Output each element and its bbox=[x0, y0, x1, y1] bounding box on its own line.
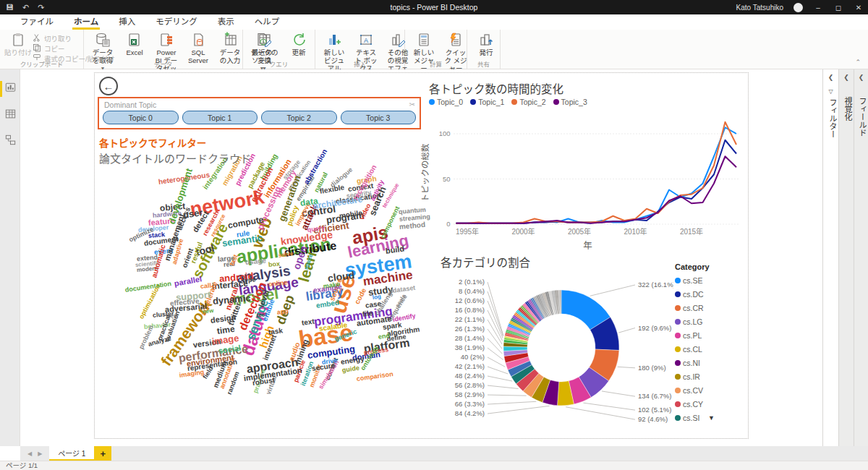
legend-item-cs.NI[interactable]: cs.NI bbox=[675, 356, 710, 369]
expand-filters-icon[interactable]: ❮ bbox=[823, 74, 838, 81]
donut-legend: Category cs.SEcs.DCcs.CRcs.LGcs.PLcs.CLc… bbox=[675, 262, 710, 424]
add-page-button[interactable]: + bbox=[94, 446, 111, 461]
wordcloud-word: programming bbox=[313, 305, 393, 328]
wordcloud-word: extend bbox=[137, 254, 158, 262]
legend-item-Topic_0[interactable]: Topic_0 bbox=[429, 98, 463, 106]
prev-page-icon[interactable]: ◀ bbox=[27, 450, 32, 457]
wordcloud-word: challenge bbox=[374, 288, 396, 317]
legend-item-cs.CL[interactable]: cs.CL bbox=[675, 342, 710, 356]
minimize-button[interactable]: – bbox=[813, 4, 823, 12]
wordcloud-word: context bbox=[347, 182, 374, 193]
legend-dot bbox=[675, 360, 681, 366]
ribbon-button-発行[interactable]: 発行 bbox=[470, 31, 502, 57]
wordcloud-word: extraction bbox=[250, 166, 274, 203]
ribbon-tab-モデリング[interactable]: モデリング bbox=[145, 13, 208, 30]
legend-item-cs.SI[interactable]: cs.SI bbox=[675, 411, 710, 424]
wordcloud-word: efficient bbox=[312, 221, 349, 235]
legend-item-cs.CY[interactable]: cs.CY bbox=[675, 397, 710, 411]
wordcloud-word: type bbox=[242, 276, 256, 284]
legend-item-Topic_1[interactable]: Topic_1 bbox=[470, 98, 504, 106]
account-name[interactable]: Kato Tatsuhiko bbox=[736, 4, 783, 12]
ribbon-button-新しいメジャー[interactable]: 新しいメジャー bbox=[408, 31, 440, 73]
wordcloud-word: web bbox=[250, 215, 275, 250]
wordcloud-word: android bbox=[218, 271, 254, 283]
wordcloud-word: object bbox=[159, 202, 185, 213]
wordcloud-word: user bbox=[182, 208, 203, 220]
wordcloud-word: hardware bbox=[153, 210, 182, 219]
donut-callout: 58 (2.9%) bbox=[455, 390, 485, 398]
slicer-button-topic-3[interactable]: Topic 3 bbox=[341, 111, 417, 124]
wordcloud-word: make bbox=[323, 281, 340, 290]
transform-data-icon bbox=[257, 31, 273, 48]
page-tab[interactable]: ページ 1 bbox=[49, 446, 94, 461]
ribbon-tab-ホーム[interactable]: ホーム bbox=[64, 13, 109, 30]
line-chart-plot[interactable]: 0501001995年2000年2005年2010年2015年 bbox=[426, 114, 749, 238]
wordcloud-word: call bbox=[200, 283, 212, 290]
ribbon-tab-表示[interactable]: 表示 bbox=[208, 13, 244, 30]
ribbon-group-データ: データデータを取得▼ExcelPower BI データセットSQL Server… bbox=[84, 30, 243, 69]
wordcloud-word: data bbox=[299, 197, 318, 208]
donut-callout: 180 (9%) bbox=[638, 364, 666, 372]
back-button[interactable]: ← bbox=[99, 77, 118, 95]
format-painter-icon bbox=[32, 53, 42, 64]
sidebar-item-model-view[interactable] bbox=[0, 130, 20, 152]
close-button[interactable]: ✕ bbox=[854, 4, 864, 12]
ribbon-button-貼り付け[interactable]: 貼り付け bbox=[1, 31, 35, 57]
ribbon-tab-挿入[interactable]: 挿入 bbox=[109, 13, 145, 30]
wordcloud-word: analysis bbox=[236, 264, 292, 285]
ribbon-tab-ヘルプ[interactable]: ヘルプ bbox=[244, 13, 290, 30]
wordcloud-word: stack bbox=[148, 231, 166, 239]
donut-chart-plot[interactable]: 322 (16.1%)192 (9.6%)180 (9%)134 (6.7%)1… bbox=[429, 265, 673, 430]
wordcloud-word: access bbox=[176, 206, 192, 231]
filters-panel-collapsed[interactable]: ❮ ▽ フィルター bbox=[822, 69, 838, 446]
ribbon-tab-ファイル[interactable]: ファイル bbox=[10, 13, 64, 30]
title-bar: 💾︎ ↶ ↷ topics - Power BI Desktop Kato Ta… bbox=[0, 0, 868, 14]
eraser-icon[interactable]: ✂ bbox=[409, 101, 415, 108]
fields-panel-collapsed[interactable]: ❮ フィールド bbox=[854, 69, 868, 446]
restore-button[interactable]: ◻ bbox=[833, 4, 843, 12]
legend-item-cs.CR[interactable]: cs.CR bbox=[675, 301, 710, 315]
slicer-button-topic-2[interactable]: Topic 2 bbox=[261, 111, 337, 124]
avatar[interactable] bbox=[793, 3, 803, 12]
ribbon-button-更新[interactable]: 更新 bbox=[283, 31, 315, 72]
legend-item-cs.DC[interactable]: cs.DC bbox=[675, 287, 710, 301]
visualizations-panel-collapsed[interactable]: ❮ 視覚化 bbox=[838, 69, 854, 446]
slicer-button-topic-1[interactable]: Topic 1 bbox=[182, 111, 258, 124]
expand-fields-icon[interactable]: ❮ bbox=[854, 74, 868, 81]
expand-visualizations-icon[interactable]: ❮ bbox=[839, 74, 854, 81]
wordcloud-word: optimize bbox=[128, 226, 155, 244]
sidebar-item-report-view[interactable] bbox=[0, 78, 20, 100]
next-page-icon[interactable]: ▶ bbox=[38, 450, 42, 457]
legend-item-Topic_2[interactable]: Topic_2 bbox=[511, 98, 545, 106]
ribbon-button-データの変換[interactable]: データの変換▼ bbox=[246, 31, 283, 72]
wordcloud-word: behavior bbox=[144, 322, 171, 330]
wordcloud-word: recognition bbox=[352, 163, 378, 201]
wordcloud-word: version bbox=[192, 338, 221, 349]
donut-callout: 38 (1.9%) bbox=[455, 343, 485, 351]
legend-item-cs.IR[interactable]: cs.IR bbox=[675, 369, 710, 383]
wordcloud-word: interface bbox=[211, 279, 248, 291]
legend-item-cs.PL[interactable]: cs.PL bbox=[675, 328, 710, 342]
line-series-Topic_3 bbox=[456, 156, 737, 223]
slicer-button-topic-0[interactable]: Topic 0 bbox=[103, 111, 179, 124]
wordcloud-word: development bbox=[167, 167, 194, 225]
legend-item-cs.CV[interactable]: cs.CV bbox=[675, 383, 710, 397]
wordcloud-word: system bbox=[344, 252, 413, 281]
sidebar-item-data-view[interactable] bbox=[0, 104, 20, 126]
legend-item-Topic_3[interactable]: Topic_3 bbox=[553, 98, 587, 106]
ribbon-collapse-icon[interactable]: ⌃ bbox=[855, 59, 861, 66]
wordcloud-word: scale bbox=[395, 294, 407, 309]
line-chart-legend: Topic_0Topic_1Topic_2Topic_3 bbox=[429, 98, 587, 106]
wordcloud-word: memory bbox=[274, 168, 297, 199]
wordcloud-word: source bbox=[328, 277, 344, 302]
wordcloud-word: drive bbox=[321, 357, 338, 366]
wordcloud-word: high bbox=[258, 324, 276, 349]
wordcloud-word: twitter bbox=[227, 302, 243, 327]
wordcloud-word: enable bbox=[261, 299, 276, 322]
legend-dot bbox=[511, 99, 517, 105]
publish-icon bbox=[478, 31, 494, 48]
legend-item-cs.SE[interactable]: cs.SE bbox=[675, 273, 710, 287]
legend-scroll-down-icon[interactable]: ▼ bbox=[708, 414, 715, 422]
page-tab-bar: ◀ ▶ ページ 1 + bbox=[20, 446, 868, 461]
legend-item-cs.LG[interactable]: cs.LG bbox=[675, 315, 710, 328]
